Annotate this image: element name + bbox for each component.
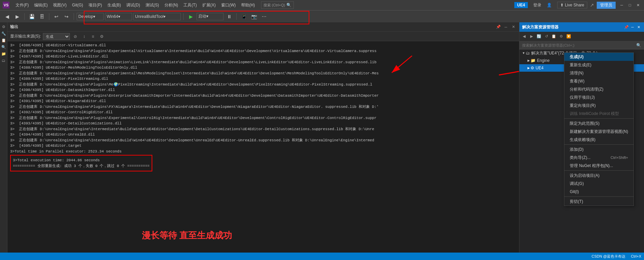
ue4-project-icon: ⚙	[531, 66, 534, 70]
save-button[interactable]: 💾	[27, 12, 36, 21]
se-forward-button[interactable]: ▶	[528, 33, 535, 40]
platform-dropdown[interactable]: Win64▾	[105, 13, 132, 20]
ctx-sep-3	[564, 170, 634, 171]
pause-button[interactable]: ⏸	[225, 12, 234, 21]
output-wrap-button[interactable]: ≡	[89, 33, 96, 40]
ctx-class-wizard[interactable]: 类向导(Z)... Ctrl+Shift+	[564, 153, 634, 162]
output-line-20: 3>Total time in Parallel executor: 2523.…	[10, 149, 516, 155]
output-line-13: 3> [4392/4395] UE4Editor-ControlRigEdito…	[10, 110, 516, 115]
toolbar-sep-4	[183, 13, 184, 20]
se-search-input[interactable]	[522, 43, 635, 47]
menu-build[interactable]: 生成(B)	[105, 2, 123, 9]
redo-button[interactable]: ↪	[62, 12, 71, 21]
menu-project[interactable]: 项目(P)	[86, 2, 104, 9]
se-filter-button[interactable]: 🔽	[565, 33, 572, 40]
live-share-button[interactable]: ⬆ Live Share	[557, 2, 587, 8]
output-line-2: 3> 正在创建库 D:\UnrealEngine\Engine\Plugins\…	[10, 48, 516, 54]
se-close-button[interactable]: ✕	[636, 24, 641, 30]
menu-analyze[interactable]: 分析(N)	[162, 2, 180, 9]
ctx-sep-2	[564, 144, 634, 145]
menu-debug[interactable]: 调试(D)	[124, 2, 142, 9]
se-settings-button[interactable]: ⚙	[558, 33, 565, 40]
output-success-1: 3>Total execution time: 2044.86 seconds	[13, 158, 150, 163]
build-tool-dropdown[interactable]: UnrealBuildTool▾	[133, 13, 181, 20]
sidebar-icon-3[interactable]: 📋	[1, 37, 7, 43]
se-refresh-button[interactable]: ↺	[543, 33, 550, 40]
output-line-9: 3> [4390/4395] UE4Editor-DatasmithImport…	[10, 87, 516, 93]
ctx-cut[interactable]: 剪切(T)	[564, 197, 634, 206]
context-menu: 生成(U) 重新生成(E) 清理(N) 查看(W) 分析和代码清理(Z) 仅用于…	[564, 52, 634, 206]
maximize-button[interactable]: □	[626, 2, 633, 8]
device-button[interactable]: 📱	[239, 12, 248, 21]
menu-extend[interactable]: 扩展(X)	[200, 2, 218, 9]
output-scroll-button[interactable]: ↕	[81, 33, 87, 40]
ctx-startup[interactable]: 设为启动项目(A)	[564, 171, 634, 180]
ctx-project-only[interactable]: 仅用于项目(J)	[564, 93, 634, 101]
output-clear-button[interactable]: ⊘	[72, 33, 79, 40]
output-panel: 输出 📌 ─ ✕ 显示输出来源(S): 生成 ⊘ ↕ ≡ ⚙ 3> [4386/…	[7, 22, 519, 260]
status-bar: CSDN @蓝色卡布达 Ctrl+X	[0, 253, 644, 260]
login-link[interactable]: 登录	[533, 2, 541, 8]
se-back-button[interactable]: ◀	[521, 33, 527, 40]
minimize-button[interactable]: ─	[618, 2, 625, 8]
output-settings-button[interactable]: ⚙	[98, 33, 105, 40]
ctx-clean[interactable]: 清理(N)	[564, 69, 634, 77]
output-minimize-button[interactable]: ─	[503, 24, 509, 30]
se-copy-button[interactable]: 📋	[550, 33, 557, 40]
vs-logo-icon: VS	[3, 2, 9, 8]
se-pin-button[interactable]: 📌	[624, 24, 629, 30]
menu-edit[interactable]: 编辑(E)	[32, 2, 50, 9]
sidebar-icon-6[interactable]: 🗂	[1, 57, 7, 64]
sidebar-icon-5[interactable]: 📁	[1, 51, 7, 57]
ctx-scope[interactable]: 限定为此范围(S)	[564, 119, 634, 127]
camera-button[interactable]: 📷	[250, 12, 258, 21]
back-button[interactable]: ◀	[3, 12, 11, 21]
sidebar-icon-1[interactable]: ⚙	[1, 24, 7, 30]
se-sync-button[interactable]: 🔄	[536, 33, 542, 40]
ctx-git[interactable]: Git(I)	[564, 188, 634, 196]
admin-button[interactable]: 管理员	[597, 2, 616, 9]
menu-window[interactable]: 窗口(W)	[219, 2, 238, 9]
menu-view[interactable]: 视图(V)	[51, 2, 69, 9]
ctx-nuget[interactable]: 管理 NuGet 程序包(N)...	[564, 162, 634, 170]
ctx-analyze[interactable]: 分析和代码清理(Z)	[564, 85, 634, 93]
output-toolbar: 显示输出来源(S): 生成 ⊘ ↕ ≡ ⚙	[7, 32, 519, 41]
menu-test[interactable]: 测试(S)	[144, 2, 161, 9]
start-dropdown[interactable]: 启动▾	[197, 13, 224, 20]
ctx-view[interactable]: 查看(W)	[564, 77, 634, 85]
close-button[interactable]: ✕	[635, 2, 641, 8]
undo-button[interactable]: ↩	[52, 12, 61, 21]
ctx-add[interactable]: 添加(D)	[564, 145, 634, 153]
output-line-5: 3> [4388/4395] UE4Editor-MeshModelingToo…	[10, 65, 516, 71]
output-pin-button[interactable]: 📌	[495, 24, 501, 30]
sidebar-icon-2[interactable]: 🔧	[1, 30, 7, 37]
output-line-6: 3> 正在创建库 D:\UnrealEngine\Engine\Plugins\…	[10, 71, 516, 76]
more-button[interactable]: ⋯	[260, 12, 268, 21]
share-icon: ↗	[590, 2, 594, 8]
config-dropdown[interactable]: Develop▾	[77, 13, 104, 20]
ctx-new-view[interactable]: 新建解决方案资源管理器视图(N)	[564, 127, 634, 136]
sidebar-icon-4[interactable]: 🔍	[1, 44, 7, 50]
output-line-1: 3> [4386/4395] UE4Editor-VirtualCamera.d…	[10, 43, 516, 48]
toolbar: ◀ ▶ 💾 🗄 ↩ ↪ Develop▾ Win64▾ UnrealBuildT…	[0, 10, 644, 22]
ctx-retarget[interactable]: 重定向项目(R)	[564, 101, 634, 110]
ctx-build[interactable]: 生成(U)	[564, 53, 634, 61]
forward-button[interactable]: ▶	[13, 12, 22, 21]
ctx-rebuild[interactable]: 重新生成(E)	[564, 61, 634, 69]
output-success-2: ========== 全部重新生成: 成功 3 个，失败 0 个，跳过 0 个 …	[13, 163, 150, 169]
toolbar-sep-2	[49, 13, 49, 20]
ctx-debug-g[interactable]: 调试(G)	[564, 180, 634, 188]
menu-tools[interactable]: 工具(T)	[181, 2, 199, 9]
menu-git[interactable]: Git(G)	[70, 2, 85, 8]
menu-file[interactable]: 文件(F)	[14, 2, 31, 9]
play-icon: ▶	[186, 12, 195, 21]
output-close-button[interactable]: ✕	[510, 24, 516, 30]
output-line-15: 3> [4393/4395] UE4Editor-DetailCustomiza…	[10, 121, 516, 126]
save-all-button[interactable]: 🗄	[37, 12, 46, 21]
se-minimize-button[interactable]: ─	[630, 24, 635, 30]
output-source-select[interactable]: 生成	[43, 33, 70, 40]
menu-help[interactable]: 帮助(H)	[239, 2, 257, 9]
user-icon: 👤	[547, 3, 552, 7]
output-content[interactable]: 3> [4386/4395] UE4Editor-VirtualCamera.d…	[7, 41, 519, 260]
ctx-deps[interactable]: 生成依赖项(B)	[564, 136, 634, 144]
